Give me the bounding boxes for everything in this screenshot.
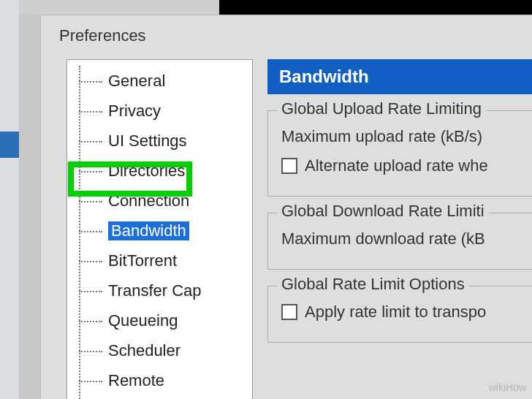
tree-item-bandwidth[interactable]: Bandwidth: [67, 216, 252, 246]
left-sidebar-strip: [0, 0, 19, 399]
window-title: Preferences: [59, 26, 146, 45]
tree-item-ui-settings[interactable]: UI Settings: [67, 126, 252, 156]
alternate-upload-label: Alternate upload rate whe: [305, 156, 488, 175]
tree-item-label: Privacy: [108, 102, 161, 121]
preferences-window: Preferences General Privacy UI Settings …: [40, 15, 532, 399]
tree-item-label: Connection: [108, 191, 189, 210]
tree-item-label: BitTorrent: [108, 251, 177, 270]
tree-item-remote[interactable]: Remote: [67, 365, 252, 395]
tree-item-directories[interactable]: Directories: [67, 156, 252, 186]
tree-item-label: General: [108, 72, 165, 91]
tree-item-label: UI Settings: [108, 132, 187, 151]
tree-item-label: Remote: [108, 371, 164, 390]
max-upload-label: Maximum upload rate (kB/s): [281, 127, 532, 146]
top-black-bar: [219, 0, 532, 15]
max-download-label: Maximum download rate (kB: [281, 229, 532, 248]
group-upload-rate: Global Upload Rate Limiting Maximum uplo…: [267, 110, 532, 197]
tree-item-label: Transfer Cap: [108, 281, 202, 300]
tree-item-label: Scheduler: [108, 341, 180, 360]
alternate-upload-checkbox[interactable]: [281, 158, 297, 174]
tree-item-label: Directories: [108, 162, 185, 180]
tree-item-scheduler[interactable]: Scheduler: [67, 335, 252, 365]
tree-item-connection[interactable]: Connection: [67, 186, 252, 216]
tree-item-label: Bandwidth: [108, 221, 189, 240]
tree-item-bittorrent[interactable]: BitTorrent: [67, 246, 252, 276]
group-rate-options: Global Rate Limit Options Apply rate lim…: [267, 286, 532, 343]
category-tree[interactable]: General Privacy UI Settings Directories …: [66, 59, 253, 399]
apply-rate-limit-label: Apply rate limit to transpo: [305, 303, 486, 322]
left-sidebar-selection: [0, 132, 19, 158]
tree-item-playback[interactable]: Playback: [67, 395, 252, 399]
tree-item-general[interactable]: General: [67, 66, 252, 96]
tree-item-transfer-cap[interactable]: Transfer Cap: [67, 276, 252, 305]
tree-item-label: Queueing: [108, 311, 178, 330]
group-legend: Global Rate Limit Options: [277, 275, 469, 294]
settings-content: Bandwidth Global Upload Rate Limiting Ma…: [267, 59, 532, 399]
group-download-rate: Global Download Rate Limiti Maximum down…: [267, 213, 532, 270]
tree-item-queueing[interactable]: Queueing: [67, 305, 252, 335]
section-header: Bandwidth: [267, 59, 532, 94]
group-legend: Global Upload Rate Limiting: [277, 99, 486, 118]
group-legend: Global Download Rate Limiti: [277, 202, 489, 221]
apply-rate-limit-checkbox[interactable]: [281, 304, 297, 320]
tree-item-privacy[interactable]: Privacy: [67, 96, 252, 126]
